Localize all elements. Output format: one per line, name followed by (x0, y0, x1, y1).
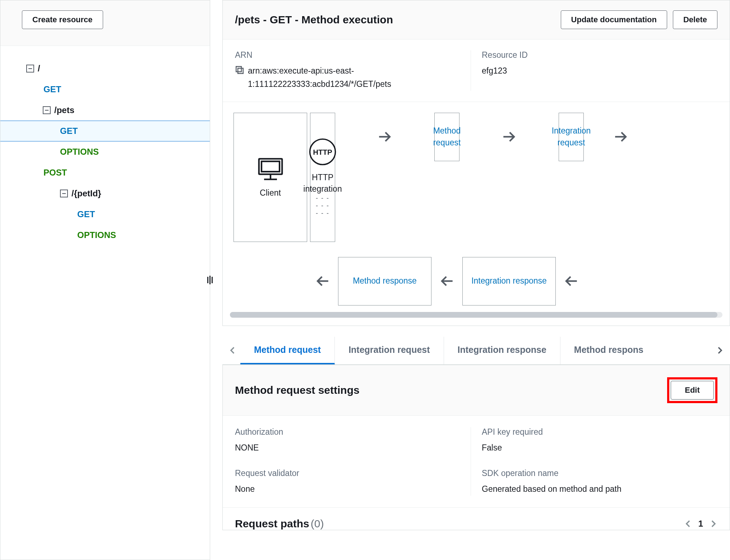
tree-resource-pets[interactable]: − /pets (0, 100, 210, 121)
tree-label[interactable]: GET (77, 209, 95, 219)
dashed-divider: - - - - - - - - - (313, 195, 332, 217)
settings-col-right: API key required False SDK operation nam… (471, 427, 717, 496)
tree-label[interactable]: /{petId} (71, 188, 101, 199)
tab-integration-response[interactable]: Integration response (444, 337, 560, 364)
page-number: 1 (698, 519, 703, 529)
method-execution-panel: /pets - GET - Method execution Update do… (222, 0, 730, 326)
authorization-label: Authorization (235, 427, 471, 437)
sidebar-resize-handle[interactable] (206, 275, 213, 285)
integration-endpoint-box[interactable]: HTTP HTTP integration - - - - - - - - - (310, 113, 335, 242)
arn-cell: ARN arn:aws:execute-api:us-east-1:111122… (235, 50, 471, 91)
integration-type-label: HTTP integration (303, 172, 342, 195)
execution-flow: Client Method request Integration reques… (223, 102, 730, 326)
method-response-box[interactable]: Method response (338, 257, 431, 305)
setting-api-key: API key required False (482, 427, 717, 454)
api-key-label: API key required (482, 427, 717, 437)
tree-label[interactable]: / (38, 64, 40, 74)
arn-text: arn:aws:execute-api:us-east-1:1111222233… (248, 64, 463, 91)
http-icon: HTTP (308, 137, 337, 167)
arn-value: arn:aws:execute-api:us-east-1:1111222233… (235, 64, 463, 91)
request-paths-header: Request paths (0) 1 (223, 507, 730, 530)
integration-response-box[interactable]: Integration response (462, 257, 556, 305)
client-label: Client (260, 187, 281, 199)
tab-method-response[interactable]: Method respons (560, 337, 657, 364)
tree-label[interactable]: GET (43, 84, 61, 94)
tabs-scroll-left[interactable] (225, 339, 240, 362)
tree-method-get-pets[interactable]: GET (0, 121, 210, 141)
tree-label[interactable]: OPTIONS (60, 147, 99, 157)
settings-col-left: Authorization NONE Request validator Non… (235, 427, 471, 496)
method-response-link[interactable]: Method response (353, 275, 417, 287)
resource-id-value: efg123 (482, 64, 710, 78)
horizontal-scrollbar[interactable] (230, 312, 722, 318)
settings-title: Method request settings (235, 384, 667, 396)
resource-id-label: Resource ID (482, 50, 710, 60)
svg-rect-0 (238, 68, 243, 74)
arn-label: ARN (235, 50, 463, 60)
request-paths-count: (0) (311, 518, 324, 530)
tab-integration-request[interactable]: Integration request (335, 337, 444, 364)
svg-rect-3 (261, 161, 279, 172)
main-content: /pets - GET - Method execution Update do… (210, 0, 730, 560)
collapse-icon[interactable]: − (60, 190, 68, 197)
integration-request-box[interactable]: Integration request (559, 113, 584, 161)
edit-button[interactable]: Edit (671, 381, 714, 400)
resource-id-cell: Resource ID efg123 (471, 50, 717, 91)
create-resource-button[interactable]: Create resource (22, 10, 103, 29)
authorization-value: NONE (235, 441, 471, 454)
arrow-left-icon (434, 257, 459, 305)
settings-body: Authorization NONE Request validator Non… (223, 416, 730, 508)
arrow-left-icon (559, 257, 584, 305)
request-paths-title: Request paths (235, 518, 309, 530)
settings-header: Method request settings Edit (223, 365, 730, 416)
tree-label[interactable]: GET (60, 126, 78, 136)
delete-button[interactable]: Delete (673, 10, 717, 29)
tree-root[interactable]: − / (0, 58, 210, 79)
tree-method-options-pets[interactable]: OPTIONS (0, 141, 210, 162)
sdk-value: Generated based on method and path (482, 482, 717, 496)
arrow-right-icon (462, 113, 556, 161)
method-request-box[interactable]: Method request (434, 113, 459, 161)
tabs-scroll-right[interactable] (712, 339, 728, 362)
method-request-link[interactable]: Method request (433, 125, 461, 149)
collapse-icon[interactable]: − (26, 65, 34, 73)
integration-request-link[interactable]: Integration request (552, 125, 591, 149)
validator-label: Request validator (235, 468, 471, 478)
tree-resource-petid[interactable]: − /{petId} (0, 183, 210, 204)
copy-icon[interactable] (235, 65, 244, 75)
update-documentation-button[interactable]: Update documentation (561, 10, 667, 29)
tree-method-options-petid[interactable]: OPTIONS (0, 225, 210, 246)
edit-button-highlight: Edit (667, 377, 717, 403)
svg-text:HTTP: HTTP (313, 148, 332, 156)
arrow-left-icon (310, 257, 335, 305)
tabs: Method request Integration request Integ… (222, 337, 730, 365)
setting-sdk-operation: SDK operation name Generated based on me… (482, 468, 717, 496)
paths-pager: 1 (684, 519, 717, 529)
validator-value: None (235, 482, 471, 496)
page-title: /pets - GET - Method execution (235, 14, 555, 26)
info-row: ARN arn:aws:execute-api:us-east-1:111122… (223, 39, 730, 102)
resources-sidebar: Create resource − / GET − /pets GET OPTI… (0, 0, 210, 560)
client-icon (255, 156, 286, 182)
page-next-button[interactable] (710, 520, 717, 528)
scrollbar-thumb[interactable] (230, 312, 717, 318)
tabs-scroll-area: Method request Integration request Integ… (240, 337, 712, 364)
tree-label[interactable]: OPTIONS (77, 230, 116, 240)
integration-response-link[interactable]: Integration response (471, 275, 547, 287)
collapse-icon[interactable]: − (43, 106, 51, 114)
tree-method-post-pets[interactable]: POST (0, 162, 210, 183)
resources-tree: − / GET − /pets GET OPTIONS POST − /{pet… (0, 46, 210, 560)
setting-authorization: Authorization NONE (235, 427, 471, 454)
sidebar-header: Create resource (0, 0, 210, 46)
page-prev-button[interactable] (684, 520, 692, 528)
client-box: Client (234, 113, 307, 242)
tree-label[interactable]: POST (43, 168, 67, 178)
tree-method-get-petid[interactable]: GET (0, 204, 210, 225)
tab-method-request[interactable]: Method request (240, 337, 335, 364)
tree-method-get-root[interactable]: GET (0, 79, 210, 100)
tree-label[interactable]: /pets (54, 105, 74, 115)
arrow-right-icon (338, 113, 431, 161)
method-request-settings-panel: Method request settings Edit Authorizati… (222, 365, 730, 531)
arrow-right-icon (587, 113, 655, 161)
svg-rect-1 (236, 66, 241, 72)
